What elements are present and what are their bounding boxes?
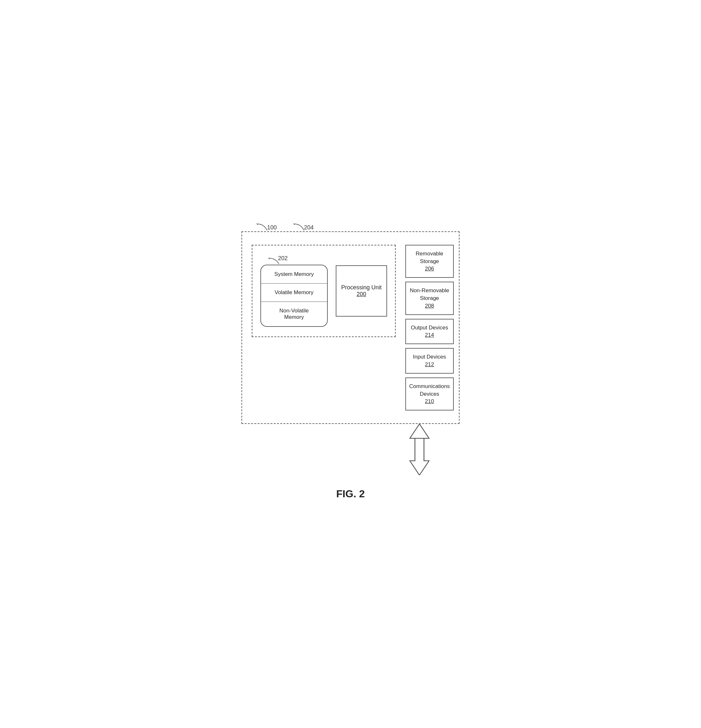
output-devices-label: Output Devices (409, 324, 450, 332)
memory-wrapper: 202 System Memory Volatile Memory Non-Vo… (261, 265, 328, 327)
svg-line-1 (294, 223, 294, 225)
non-volatile-memory-label: Non-VolatileMemory (261, 302, 327, 326)
processing-unit-title: Processing Unit (341, 284, 382, 291)
communications-devices-box: CommunicationsDevices 210 (406, 377, 454, 410)
removable-storage-box: RemovableStorage 206 (406, 245, 454, 278)
svg-line-0 (257, 223, 258, 225)
removable-storage-label: RemovableStorage (409, 250, 450, 265)
input-devices-label: Input Devices (409, 353, 450, 361)
removable-storage-number: 206 (409, 265, 450, 273)
svg-line-2 (269, 258, 269, 259)
non-removable-storage-label: Non-RemovableStorage (409, 287, 450, 302)
callout-arrow-100 (254, 222, 270, 232)
output-devices-box: Output Devices 214 (406, 319, 454, 344)
bidirectional-arrow-svg (403, 424, 436, 475)
outer-box-100: 202 System Memory Volatile Memory Non-Vo… (242, 231, 459, 424)
processing-unit-number: 200 (356, 291, 366, 298)
non-removable-storage-box: Non-RemovableStorage 208 (406, 282, 454, 315)
figure-label: FIG. 2 (242, 488, 459, 500)
volatile-memory-label: Volatile Memory (261, 283, 327, 302)
output-devices-number: 214 (409, 331, 450, 339)
input-devices-number: 212 (409, 361, 450, 368)
svg-marker-4 (410, 438, 429, 475)
processing-unit-box: Processing Unit 200 (336, 265, 387, 316)
non-removable-storage-number: 208 (409, 302, 450, 310)
inner-box-204: 202 System Memory Volatile Memory Non-Vo… (252, 245, 396, 337)
communications-devices-number: 210 (409, 398, 450, 405)
arrow-container (242, 424, 459, 475)
communications-devices-label: CommunicationsDevices (409, 383, 450, 398)
page-container: 100 204 202 System M (229, 202, 472, 526)
callout-arrow-204 (291, 222, 307, 232)
input-devices-box: Input Devices 212 (406, 348, 454, 374)
right-column: RemovableStorage 206 Non-RemovableStorag… (406, 245, 454, 410)
system-memory-label: System Memory (261, 265, 327, 283)
memory-box: System Memory Volatile Memory Non-Volati… (261, 265, 328, 327)
